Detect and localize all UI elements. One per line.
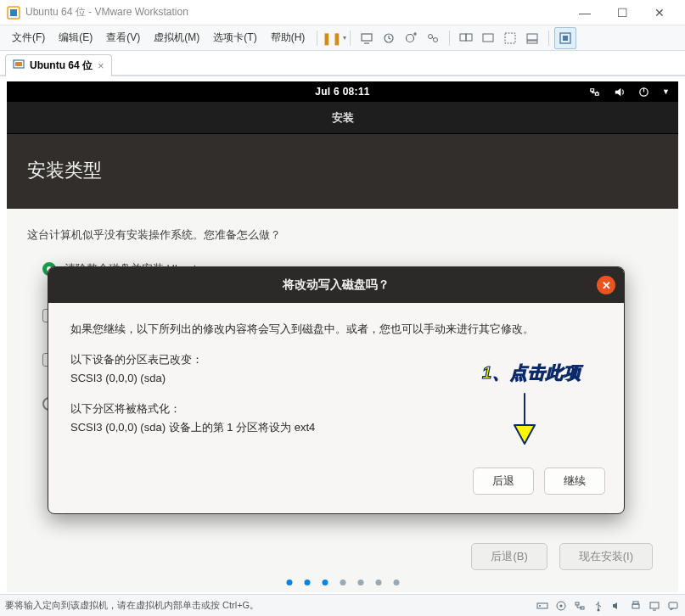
guest-display: Jul 6 08:11 ▼ 安装 安装类型 这台计算机似乎没有安装操作系统。您准… [7, 81, 678, 592]
svg-rect-28 [669, 602, 677, 608]
svg-rect-16 [15, 62, 22, 66]
svg-point-6 [434, 37, 438, 42]
tray-message-icon[interactable] [666, 599, 680, 613]
tray-usb-icon[interactable] [592, 599, 605, 613]
send-ctrl-alt-del-button[interactable] [356, 27, 378, 49]
window-close-button[interactable]: ✕ [641, 0, 678, 25]
vmware-device-tray [536, 599, 680, 613]
pager-dot [357, 580, 363, 585]
pager-dot [375, 580, 381, 585]
svg-point-19 [539, 605, 541, 607]
installer-heading: 安装类型 [7, 134, 678, 209]
dropdown-icon[interactable]: ▼ [662, 87, 670, 96]
gnome-top-bar: Jul 6 08:11 ▼ [7, 81, 678, 102]
snapshot-add-button[interactable] [400, 27, 422, 49]
dialog-title: 将改动写入磁盘吗？ [283, 277, 390, 293]
menu-edit[interactable]: 编辑(E) [52, 31, 99, 45]
window-maximize-button[interactable]: ☐ [604, 0, 641, 25]
svg-point-5 [429, 34, 433, 38]
installer-back-button[interactable]: 后退(B) [471, 543, 547, 570]
installer-prompt: 这台计算机似乎没有安装操作系统。您准备怎么做？ [27, 227, 658, 243]
vmware-status-bar: 要将输入定向到该虚拟机，请在虚拟机内部单击或按 Ctrl+G。 [0, 594, 685, 616]
svg-rect-7 [460, 34, 466, 41]
vm-tab-close-icon[interactable]: × [98, 59, 104, 72]
svg-rect-12 [527, 41, 537, 43]
installer-title: 安装 [332, 110, 354, 126]
tray-network-icon[interactable] [573, 599, 587, 613]
toolbar-separator [548, 31, 549, 46]
dialog-titlebar: 将改动写入磁盘吗？ ✕ [48, 267, 624, 303]
dialog-back-button[interactable]: 后退 [473, 468, 534, 495]
tray-printer-icon[interactable] [629, 599, 643, 613]
svg-point-4 [407, 34, 414, 42]
gnome-datetime[interactable]: Jul 6 08:11 [315, 86, 370, 98]
dialog-continue-button[interactable]: 继续 [544, 468, 605, 495]
svg-rect-27 [650, 602, 659, 608]
svg-rect-8 [466, 34, 472, 41]
single-monitor-button[interactable] [477, 27, 499, 49]
tray-display-icon[interactable] [648, 599, 661, 613]
installer-pager [286, 580, 399, 585]
window-minimize-button[interactable]: — [566, 0, 604, 25]
vmware-titlebar: Ubuntu 64 位 - VMware Workstation — ☐ ✕ [0, 0, 685, 25]
toolbar-separator [350, 31, 351, 46]
tray-cd-icon[interactable] [554, 599, 568, 613]
pause-vm-button[interactable]: ❚❚▾ [323, 27, 345, 49]
dialog-footer: 后退 继续 [48, 464, 624, 513]
vmware-tabbar: Ubuntu 64 位 × [0, 51, 685, 76]
installer-titlebar: 安装 [7, 102, 678, 134]
pager-dot [322, 580, 328, 585]
menu-tabs[interactable]: 选项卡(T) [206, 31, 263, 45]
dialog-partitions-formatted: 以下分区将被格式化： SCSI3 (0,0,0) (sda) 设备上的第 1 分… [70, 400, 602, 437]
svg-rect-2 [362, 34, 372, 41]
gnome-indicators[interactable]: ▼ [588, 86, 670, 98]
vm-tab-ubuntu[interactable]: Ubuntu 64 位 × [5, 54, 112, 76]
tray-sound-icon[interactable] [610, 599, 624, 613]
network-icon[interactable] [588, 86, 601, 98]
vm-tab-label: Ubuntu 64 位 [30, 59, 93, 73]
tray-hdd-icon[interactable] [536, 599, 549, 613]
vm-tab-icon [13, 59, 25, 73]
multi-monitor-button[interactable] [455, 27, 477, 49]
svg-rect-18 [537, 603, 547, 608]
dialog-partition-table-changed: 以下设备的分区表已改变： SCSI3 (0,0,0) (sda) [70, 350, 602, 388]
svg-rect-9 [483, 34, 493, 42]
svg-rect-14 [563, 36, 568, 41]
power-icon[interactable] [637, 86, 650, 98]
svg-rect-10 [505, 33, 515, 43]
dialog-body: 如果您继续，以下所列出的修改内容将会写入到磁盘中。或者，您也可以手动来进行其它修… [48, 303, 624, 464]
svg-rect-26 [633, 602, 638, 604]
pager-dot [393, 580, 399, 585]
vmware-menubar: 文件(F) 编辑(E) 查看(V) 虚拟机(M) 选项卡(T) 帮助(H) ❚❚… [0, 25, 685, 51]
dialog-paragraph-1: 如果您继续，以下所列出的修改内容将会写入到磁盘中。或者，您也可以手动来进行其它修… [70, 320, 602, 339]
write-changes-dialog: 将改动写入磁盘吗？ ✕ 如果您继续，以下所列出的修改内容将会写入到磁盘中。或者，… [48, 266, 625, 514]
svg-rect-22 [576, 602, 579, 605]
svg-rect-1 [10, 9, 17, 16]
snapshot-manager-button[interactable] [422, 27, 444, 49]
toolbar-separator [449, 31, 450, 46]
dialog-close-button[interactable]: ✕ [597, 276, 615, 294]
unity-button[interactable] [499, 27, 521, 49]
menu-help[interactable]: 帮助(H) [264, 31, 312, 45]
volume-icon[interactable] [613, 86, 626, 98]
thumbnail-bar-button[interactable] [521, 27, 543, 49]
menu-file[interactable]: 文件(F) [5, 31, 52, 45]
snapshot-button[interactable] [378, 27, 400, 49]
pager-dot [286, 580, 292, 585]
svg-rect-25 [632, 604, 639, 608]
installer-footer: 后退(B) 现在安装(I) [471, 543, 653, 570]
menu-vm[interactable]: 虚拟机(M) [147, 31, 206, 45]
fullscreen-button[interactable] [554, 27, 576, 49]
vmware-app-icon [7, 6, 20, 20]
vmware-window-title: Ubuntu 64 位 - VMware Workstation [25, 5, 566, 20]
menu-view[interactable]: 查看(V) [99, 31, 147, 45]
svg-point-24 [598, 608, 600, 611]
toolbar-separator [317, 31, 317, 46]
installer-install-now-button[interactable]: 现在安装(I) [559, 543, 653, 570]
pager-dot [340, 580, 345, 585]
pager-dot [304, 580, 310, 585]
vmware-status-message: 要将输入定向到该虚拟机，请在虚拟机内部单击或按 Ctrl+G。 [5, 599, 536, 612]
svg-point-21 [560, 604, 563, 607]
svg-rect-11 [527, 34, 537, 40]
